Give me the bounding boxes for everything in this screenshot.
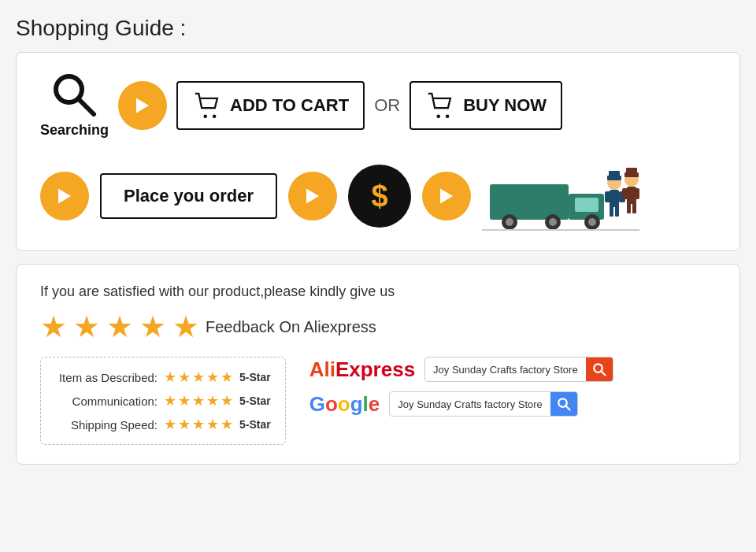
star-badge-3: 5-Star: [239, 418, 271, 431]
svg-rect-32: [627, 202, 631, 213]
svg-rect-10: [490, 184, 569, 220]
delivery-scene: [482, 161, 639, 232]
feedback-details: Item as Described: ★★★★★ 5-Star Communic…: [40, 357, 716, 445]
place-order-label: Place you order: [124, 186, 254, 206]
svg-rect-24: [610, 206, 613, 217]
star-5: ★: [172, 309, 199, 344]
add-to-cart-btn[interactable]: ADD TO CART: [176, 81, 365, 130]
star-badge-2: 5-Star: [239, 395, 271, 407]
guide-top-row: Searching ADD TO CART OR: [40, 72, 716, 139]
star-1: ★: [40, 309, 67, 344]
aliexpress-search-btn[interactable]: [586, 358, 613, 381]
svg-rect-33: [632, 202, 636, 213]
cart-icon-1: [192, 91, 222, 120]
search-results: AliExpress Joy Sunday Crafts factory Sto…: [309, 357, 613, 417]
svg-point-4: [213, 114, 217, 118]
rating-label-2: Communication:: [55, 395, 158, 408]
google-store-text: Joy Sunday Crafts factory Store: [390, 394, 550, 415]
ratings-box: Item as Described: ★★★★★ 5-Star Communic…: [40, 357, 286, 445]
rating-row-1: Item as Described: ★★★★★ 5-Star: [55, 369, 271, 386]
searching-label: Searching: [40, 122, 109, 139]
svg-marker-7: [58, 188, 71, 203]
svg-point-5: [437, 114, 441, 118]
arrow-circle-4: [422, 172, 471, 220]
svg-point-6: [446, 114, 450, 118]
feedback-subtitle: If you are satisfied with our product,pl…: [40, 283, 716, 300]
aliexpress-row: AliExpress Joy Sunday Crafts factory Sto…: [309, 357, 613, 382]
arrow-circle-3: [288, 172, 337, 220]
search-icon: [51, 72, 98, 119]
dollar-circle: $: [348, 165, 411, 228]
star-4: ★: [139, 309, 166, 344]
delivery-truck-icon: [482, 161, 639, 232]
arrow-icon-1: [130, 93, 155, 118]
svg-rect-35: [626, 168, 637, 174]
star-badge-1: 5-Star: [239, 371, 271, 383]
cart-icon-2: [425, 91, 455, 120]
feedback-card: If you are satisfied with our product,pl…: [16, 264, 740, 465]
stars-row: ★ ★ ★ ★ ★ Feedback On Aliexpress: [40, 309, 716, 344]
rating-label-3: Shipping Speed:: [55, 418, 158, 432]
arrow-circle-2: [40, 172, 89, 220]
google-logo: Google: [309, 392, 380, 417]
rating-row-3: Shipping Speed: ★★★★★ 5-Star: [55, 416, 271, 433]
mini-stars-3: ★★★★★: [164, 416, 233, 433]
page-title: Shopping Guide :: [16, 16, 740, 41]
svg-point-3: [203, 114, 207, 118]
search-icon-wrap: Searching: [40, 72, 109, 139]
svg-rect-31: [633, 188, 639, 199]
arrow-circle-1: [118, 81, 167, 130]
svg-point-14: [506, 218, 513, 226]
google-search-icon: [557, 397, 571, 411]
buy-now-label: BUY NOW: [463, 95, 547, 116]
svg-line-39: [565, 406, 569, 409]
or-label: OR: [374, 95, 400, 116]
svg-rect-22: [605, 191, 611, 202]
google-search-btn[interactable]: [550, 392, 577, 416]
svg-point-18: [588, 218, 596, 226]
place-order-btn[interactable]: Place you order: [100, 173, 277, 219]
mini-stars-2: ★★★★★: [164, 392, 233, 409]
google-search-box[interactable]: Joy Sunday Crafts factory Store: [389, 391, 578, 417]
arrow-icon-2: [52, 183, 77, 209]
svg-rect-27: [609, 171, 620, 177]
rating-label-1: Item as Described:: [55, 371, 158, 384]
aliexpress-search-icon: [592, 362, 606, 376]
mini-stars-1: ★★★★★: [164, 369, 233, 386]
svg-line-1: [79, 99, 94, 114]
aliexpress-store-text: Joy Sunday Crafts factory Store: [425, 359, 586, 380]
shopping-guide-card: Searching ADD TO CART OR: [16, 52, 740, 251]
rating-row-2: Communication: ★★★★★ 5-Star: [55, 392, 271, 409]
svg-marker-9: [440, 188, 453, 203]
google-row: Google Joy Sunday Crafts factory Store: [309, 391, 613, 417]
dollar-sign: $: [372, 180, 388, 213]
svg-rect-12: [575, 198, 598, 212]
arrow-icon-3: [300, 183, 325, 209]
aliexpress-search-box[interactable]: Joy Sunday Crafts factory Store: [424, 357, 613, 382]
star-3: ★: [106, 309, 133, 344]
buy-now-btn[interactable]: BUY NOW: [410, 81, 562, 130]
svg-marker-8: [306, 188, 319, 203]
feedback-on-label: Feedback On Aliexpress: [206, 318, 376, 336]
svg-point-16: [549, 218, 557, 226]
svg-rect-30: [622, 188, 628, 199]
guide-bottom-row: Place you order $: [40, 161, 716, 232]
star-2: ★: [73, 309, 100, 344]
aliexpress-logo: AliExpress: [309, 358, 415, 382]
svg-marker-2: [136, 98, 149, 113]
arrow-icon-4: [434, 183, 459, 209]
svg-rect-25: [615, 206, 619, 217]
svg-line-37: [601, 371, 605, 375]
add-to-cart-label: ADD TO CART: [230, 95, 349, 116]
